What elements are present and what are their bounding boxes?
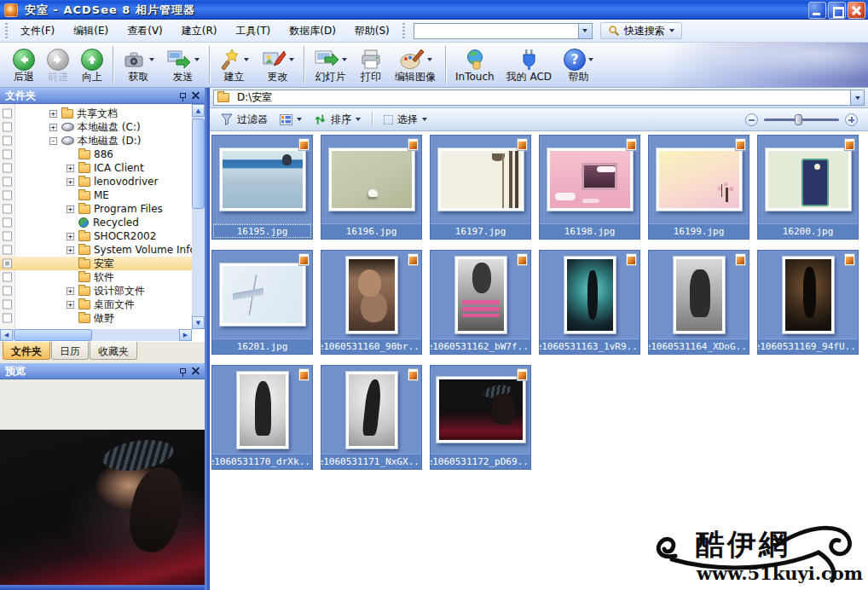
- checkbox[interactable]: [3, 136, 12, 146]
- expander-icon[interactable]: +: [49, 124, 57, 131]
- checkbox[interactable]: [3, 286, 12, 296]
- search-input[interactable]: [414, 24, 578, 38]
- thumbnail-tile[interactable]: 16196.jpg: [321, 135, 422, 240]
- expander-icon[interactable]: +: [67, 287, 74, 295]
- scroll-up-button[interactable]: ▲: [192, 104, 205, 117]
- menu-create[interactable]: 建立(R): [172, 20, 227, 42]
- menu-edit[interactable]: 编辑(E): [64, 20, 118, 42]
- toolbar-grip[interactable]: [402, 23, 405, 38]
- help-button[interactable]: ? 帮助: [558, 46, 599, 84]
- tree-item[interactable]: +本地磁盘 (C:): [0, 120, 192, 134]
- search-dropdown-button[interactable]: [578, 24, 592, 38]
- scroll-down-button[interactable]: ▼: [192, 316, 205, 329]
- checkbox[interactable]: [3, 177, 12, 187]
- print-button[interactable]: 打印: [353, 46, 389, 84]
- pin-icon[interactable]: [180, 368, 186, 373]
- my-acd-button[interactable]: 我的 ACD: [501, 46, 558, 84]
- up-button[interactable]: 向上: [75, 46, 109, 84]
- address-field[interactable]: D:\安室: [213, 90, 865, 106]
- tab-calendar[interactable]: 日历: [51, 342, 89, 360]
- send-button[interactable]: 发送: [160, 46, 205, 84]
- restore-button[interactable]: [828, 2, 846, 19]
- checkbox[interactable]: [3, 123, 12, 132]
- tree-horizontal-scrollbar[interactable]: ◀ ▶: [0, 329, 192, 341]
- expander-icon[interactable]: +: [67, 205, 74, 213]
- tree-vertical-scrollbar[interactable]: ▲ ▼: [192, 104, 205, 329]
- tree-item[interactable]: +设计部文件: [0, 284, 192, 298]
- thumbnail-tile[interactable]: 16198.jpg: [539, 135, 640, 240]
- checkbox[interactable]: [3, 150, 12, 159]
- checkbox[interactable]: [3, 164, 12, 173]
- sort-button[interactable]: 排序: [310, 112, 365, 127]
- tree-item[interactable]: +SHOCR2002: [0, 229, 192, 243]
- checkbox[interactable]: [3, 232, 12, 241]
- address-dropdown-button[interactable]: [850, 90, 864, 105]
- slideshow-button[interactable]: 幻灯片: [308, 46, 353, 84]
- checkbox[interactable]: [3, 273, 12, 282]
- thumbnail-tile[interactable]: 16200.jpg: [757, 135, 859, 240]
- modify-button[interactable]: 更改: [255, 46, 300, 84]
- tree-item[interactable]: Recycled: [0, 216, 192, 229]
- expander-icon[interactable]: +: [49, 110, 57, 118]
- close-panel-icon[interactable]: [192, 367, 200, 375]
- preview-image[interactable]: [0, 430, 205, 585]
- tree-item[interactable]: +System Volume Info: [0, 243, 192, 257]
- tree-item[interactable]: +ICA Client: [0, 161, 192, 175]
- expander-icon[interactable]: -: [49, 137, 57, 145]
- menu-help[interactable]: 帮助(S): [345, 20, 399, 42]
- thumbnail-tile[interactable]: e1060531170_drXk...: [211, 365, 313, 470]
- checkbox[interactable]: [3, 218, 12, 228]
- checkbox[interactable]: [3, 205, 12, 214]
- acquire-button[interactable]: 获取: [117, 46, 160, 84]
- zoom-in-button[interactable]: [845, 113, 858, 126]
- scrollbar-thumb[interactable]: [192, 119, 205, 209]
- expander-icon[interactable]: +: [67, 178, 74, 186]
- tree-item[interactable]: 软件: [0, 270, 192, 284]
- close-panel-icon[interactable]: [192, 92, 200, 100]
- forward-button[interactable]: 前进: [41, 46, 75, 84]
- zoom-slider-thumb[interactable]: [795, 114, 802, 125]
- menu-tools[interactable]: 工具(T): [227, 20, 281, 42]
- minimize-button[interactable]: [808, 2, 826, 19]
- menu-file[interactable]: 文件(F): [11, 20, 64, 42]
- thumbnail-tile[interactable]: 16199.jpg: [648, 135, 749, 240]
- tree-item[interactable]: 886: [0, 148, 192, 161]
- menu-database[interactable]: 数据库(D): [280, 20, 345, 42]
- expander-icon[interactable]: +: [67, 301, 74, 309]
- tab-favorites[interactable]: 收藏夹: [90, 342, 137, 360]
- thumbnail-tile[interactable]: 16201.jpg: [211, 250, 313, 355]
- thumbnail-tile[interactable]: 16197.jpg: [430, 135, 531, 240]
- checkbox[interactable]: [3, 191, 12, 200]
- select-button[interactable]: 选择: [379, 113, 431, 126]
- tree-item[interactable]: -本地磁盘 (D:): [0, 134, 192, 148]
- thumbnail-tile[interactable]: e1060531172_pD69...: [430, 365, 531, 470]
- scroll-left-button[interactable]: ◀: [0, 329, 13, 341]
- checkbox[interactable]: [3, 300, 12, 309]
- toolbar-grip[interactable]: [5, 23, 8, 38]
- menu-view[interactable]: 查看(V): [118, 20, 172, 42]
- thumbnail-tile[interactable]: e1060531171_NxGX...: [321, 365, 422, 470]
- expander-icon[interactable]: +: [67, 246, 74, 254]
- quick-search-button[interactable]: 快速搜索: [600, 22, 682, 39]
- checkbox[interactable]: [3, 246, 12, 255]
- pin-icon[interactable]: [180, 93, 186, 98]
- checkbox[interactable]: [3, 109, 12, 119]
- tree-item[interactable]: ME: [0, 188, 192, 202]
- thumbnail-tile[interactable]: 16195.jpg: [211, 135, 313, 240]
- tree-item[interactable]: +lenovodriver: [0, 175, 192, 188]
- intouch-button[interactable]: InTouch: [449, 46, 501, 84]
- thumbnail-tile[interactable]: e1060531163_1vR9...: [539, 250, 640, 355]
- checkbox[interactable]: [3, 259, 12, 269]
- thumbnail-tile[interactable]: e1060531162_bW7f...: [430, 250, 531, 355]
- back-button[interactable]: 后退: [7, 46, 41, 84]
- close-button[interactable]: [848, 2, 865, 19]
- expander-icon[interactable]: +: [67, 165, 74, 172]
- zoom-slider-track[interactable]: [764, 119, 839, 121]
- tree-item-selected[interactable]: 安室: [0, 257, 192, 270]
- scroll-right-button[interactable]: ▶: [179, 329, 192, 341]
- tree-item[interactable]: +Program Files: [0, 202, 192, 216]
- thumbnail-tile[interactable]: e1060531169_94fU...: [757, 250, 859, 355]
- zoom-out-button[interactable]: [745, 113, 758, 126]
- create-button[interactable]: 建立: [213, 46, 255, 84]
- thumbnail-tile[interactable]: e1060531160_90br...: [321, 250, 422, 355]
